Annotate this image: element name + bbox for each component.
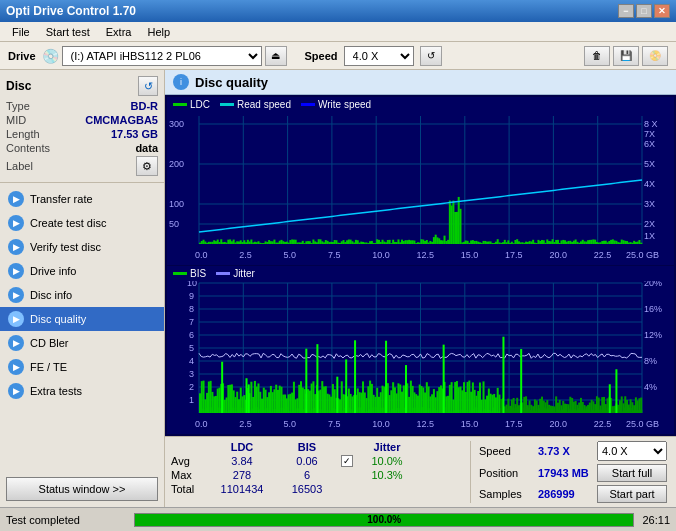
nav-label-cd-bler: CD Bler xyxy=(30,337,69,349)
stats-total-label: Total xyxy=(171,483,207,495)
legend-jitter: Jitter xyxy=(216,268,255,279)
disc-refresh-button[interactable]: ↺ xyxy=(138,76,158,96)
nav-section: ▶ Transfer rate ▶ Create test disc ▶ Ver… xyxy=(0,183,164,471)
close-button[interactable]: ✕ xyxy=(654,4,670,18)
drive-select[interactable]: (I:) ATAPI iHBS112 2 PL06 xyxy=(62,46,262,66)
stats-speed-value: 3.73 X xyxy=(538,445,593,457)
legend-ldc-label: LDC xyxy=(190,99,210,110)
nav-label-transfer-rate: Transfer rate xyxy=(30,193,93,205)
sidebar-item-extra-tests[interactable]: ▶ Extra tests xyxy=(0,379,164,403)
disc-quality-title: Disc quality xyxy=(195,75,268,90)
stats-avg-bis: 0.06 xyxy=(277,455,337,467)
drive-eject-button[interactable]: ⏏ xyxy=(265,46,287,66)
sidebar-item-fe-te[interactable]: ▶ FE / TE xyxy=(0,355,164,379)
stats-total-row: Total 1101434 16503 xyxy=(171,483,464,495)
legend-jitter-label: Jitter xyxy=(233,268,255,279)
stats-max-ldc: 278 xyxy=(207,469,277,481)
legend-write-speed-color xyxy=(301,103,315,106)
status-window-section: Status window >> xyxy=(0,471,164,507)
sidebar-item-transfer-rate[interactable]: ▶ Transfer rate xyxy=(0,187,164,211)
menu-extra[interactable]: Extra xyxy=(98,24,140,40)
create-test-disc-icon: ▶ xyxy=(8,215,24,231)
sidebar-item-verify-test-disc[interactable]: ▶ Verify test disc xyxy=(0,235,164,259)
disc-type-row: Type BD-R xyxy=(6,100,158,112)
transfer-rate-icon: ▶ xyxy=(8,191,24,207)
disc-length-value: 17.53 GB xyxy=(111,128,158,140)
progress-bar-container: 100.0% xyxy=(134,513,634,527)
stats-bar: LDC BIS Jitter Avg 3.84 0.06 ✓ 10.0% xyxy=(165,436,676,507)
start-full-button[interactable]: Start full xyxy=(597,464,667,482)
menu-file[interactable]: File xyxy=(4,24,38,40)
legend-bis-label: BIS xyxy=(190,268,206,279)
time-display: 26:11 xyxy=(642,514,670,526)
speed-refresh-button[interactable]: ↺ xyxy=(420,46,442,66)
stats-position-row: Position 17943 MB Start full xyxy=(479,464,670,482)
disc-action-button-1[interactable]: 🗑 xyxy=(584,46,610,66)
drive-icon: 💿 xyxy=(42,48,59,64)
menubar: File Start test Extra Help xyxy=(0,22,676,42)
legend-read-speed: Read speed xyxy=(220,99,291,110)
top-chart: LDC Read speed Write speed xyxy=(167,97,674,265)
legend-jitter-color xyxy=(216,272,230,275)
menu-help[interactable]: Help xyxy=(139,24,178,40)
stats-speed-select[interactable]: 4.0 X xyxy=(597,441,667,461)
nav-label-create-test-disc: Create test disc xyxy=(30,217,106,229)
stats-position-value: 17943 MB xyxy=(538,467,593,479)
stats-total-bis: 16503 xyxy=(277,483,337,495)
drive-label: Drive xyxy=(8,50,36,62)
legend-bis: BIS xyxy=(173,268,206,279)
disc-mid-label: MID xyxy=(6,114,26,126)
stats-position-label: Position xyxy=(479,467,534,479)
bottom-chart-canvas xyxy=(167,281,670,433)
drivebar: Drive 💿 (I:) ATAPI iHBS112 2 PL06 ⏏ Spee… xyxy=(0,42,676,70)
stats-avg-row: Avg 3.84 0.06 ✓ 10.0% xyxy=(171,455,464,467)
sidebar-item-drive-info[interactable]: ▶ Drive info xyxy=(0,259,164,283)
disc-contents-row: Contents data xyxy=(6,142,158,154)
content-panel: i Disc quality LDC Read speed xyxy=(165,70,676,507)
maximize-button[interactable]: □ xyxy=(636,4,652,18)
sidebar-item-cd-bler[interactable]: ▶ CD Bler xyxy=(0,331,164,355)
sidebar-item-disc-info[interactable]: ▶ Disc info xyxy=(0,283,164,307)
stats-header-ldc: LDC xyxy=(207,441,277,453)
stats-spacer xyxy=(171,441,207,453)
stats-avg-ldc: 3.84 xyxy=(207,455,277,467)
menu-start-test[interactable]: Start test xyxy=(38,24,98,40)
sidebar-item-create-test-disc[interactable]: ▶ Create test disc xyxy=(0,211,164,235)
disc-length-label: Length xyxy=(6,128,40,140)
status-window-button[interactable]: Status window >> xyxy=(6,477,158,501)
titlebar-buttons: − □ ✕ xyxy=(618,4,670,18)
stats-samples-value: 286999 xyxy=(538,488,593,500)
jitter-checkbox[interactable]: ✓ xyxy=(337,455,357,467)
disc-contents-label: Contents xyxy=(6,142,50,154)
disc-quality-header: i Disc quality xyxy=(165,70,676,95)
disc-contents-value: data xyxy=(135,142,158,154)
disc-length-row: Length 17.53 GB xyxy=(6,128,158,140)
charts-area: LDC Read speed Write speed xyxy=(165,95,676,436)
speed-select[interactable]: 4.0 X xyxy=(344,46,414,66)
stats-max-row: Max 278 6 10.3% xyxy=(171,469,464,481)
disc-label-button[interactable]: ⚙ xyxy=(136,156,158,176)
app-title: Opti Drive Control 1.70 xyxy=(6,4,136,18)
speed-label: Speed xyxy=(305,50,338,62)
titlebar: Opti Drive Control 1.70 − □ ✕ xyxy=(0,0,676,22)
bottom-chart: BIS Jitter xyxy=(167,266,674,434)
start-part-button[interactable]: Start part xyxy=(597,485,667,503)
sidebar-item-disc-quality[interactable]: ▶ Disc quality xyxy=(0,307,164,331)
disc-label-row: Label ⚙ xyxy=(6,156,158,176)
top-chart-legend: LDC Read speed Write speed xyxy=(167,97,674,112)
stats-speed-label: Speed xyxy=(479,445,534,457)
verify-test-disc-icon: ▶ xyxy=(8,239,24,255)
disc-title: Disc xyxy=(6,79,31,93)
nav-label-disc-info: Disc info xyxy=(30,289,72,301)
disc-info-icon: ▶ xyxy=(8,287,24,303)
stats-speed-row: Speed 3.73 X 4.0 X xyxy=(479,441,670,461)
drive-info-icon: ▶ xyxy=(8,263,24,279)
disc-action-button-2[interactable]: 💾 xyxy=(613,46,639,66)
minimize-button[interactable]: − xyxy=(618,4,634,18)
disc-quality-header-icon: i xyxy=(173,74,189,90)
disc-action-button-3[interactable]: 📀 xyxy=(642,46,668,66)
stats-avg-jitter: 10.0% xyxy=(357,455,417,467)
stats-samples-row: Samples 286999 Start part xyxy=(479,485,670,503)
legend-bis-color xyxy=(173,272,187,275)
stats-header-row: LDC BIS Jitter xyxy=(171,441,464,453)
